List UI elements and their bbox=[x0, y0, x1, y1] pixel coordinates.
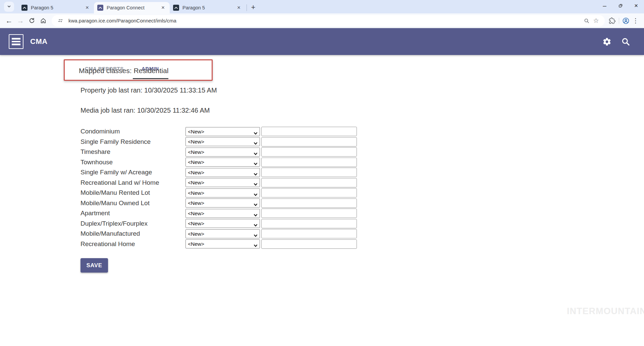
search-icon[interactable] bbox=[621, 37, 631, 47]
mapping-row: Townhouse <New> bbox=[80, 157, 357, 168]
browser-tabstrip: Paragon 5 × Paragon Connect × Paragon 5 … bbox=[0, 0, 644, 13]
mapping-row: Mobile/Manu Owned Lot <New> bbox=[80, 198, 357, 209]
close-icon[interactable]: × bbox=[84, 4, 91, 11]
property-class-label: Condominium bbox=[80, 128, 185, 135]
settings-gear-icon[interactable] bbox=[602, 37, 612, 47]
paragon-favicon-icon bbox=[173, 5, 179, 11]
chevron-down-icon bbox=[6, 4, 12, 10]
mapping-input[interactable] bbox=[261, 178, 357, 187]
close-window-button[interactable]: × bbox=[628, 0, 644, 11]
header-actions bbox=[602, 37, 631, 47]
mapping-select[interactable]: <New> bbox=[185, 188, 260, 197]
mapping-row: Single Family Residence <New> bbox=[80, 137, 357, 147]
mapping-select[interactable]: <New> bbox=[185, 219, 260, 228]
mapped-classes-heading: Mapped classes: Residential bbox=[79, 67, 168, 75]
mapping-input[interactable] bbox=[261, 137, 357, 147]
close-icon[interactable]: × bbox=[160, 4, 166, 11]
property-class-label: Single Family w/ Acreage bbox=[80, 169, 185, 176]
mapping-input[interactable] bbox=[261, 127, 357, 136]
mapping-select[interactable]: <New> bbox=[185, 148, 260, 157]
mapping-select[interactable]: <New> bbox=[185, 239, 260, 248]
property-class-label: Recreational Land w/ Home bbox=[80, 179, 185, 186]
mapping-select[interactable]: <New> bbox=[185, 137, 260, 146]
site-info-icon[interactable] bbox=[56, 16, 65, 25]
mapping-row: Mobile/Manu Rented Lot <New> bbox=[80, 188, 357, 198]
tab-search-button[interactable] bbox=[4, 2, 14, 12]
hamburger-menu-icon[interactable] bbox=[9, 34, 23, 49]
property-class-label: Single Family Residence bbox=[80, 138, 185, 146]
mapping-row: Recreational Home <New> bbox=[80, 239, 357, 249]
browser-tab[interactable]: Paragon 5 × bbox=[18, 2, 94, 13]
mapping-input[interactable] bbox=[261, 229, 357, 238]
paragon-favicon-icon bbox=[97, 5, 103, 11]
browser-toolbar: ← → kwa.paragon.ice.com/ParagonConnect/i… bbox=[0, 13, 644, 28]
tab-title: Paragon Connect bbox=[107, 5, 160, 10]
watermark: INTERMOUNTAIN bbox=[567, 306, 644, 316]
property-class-label: Timeshare bbox=[80, 148, 185, 156]
mapping-row: Single Family w/ Acreage <New> bbox=[80, 167, 357, 178]
reload-button[interactable] bbox=[26, 15, 38, 26]
property-class-label: Mobile/Manufactured bbox=[80, 230, 185, 237]
mapping-input[interactable] bbox=[261, 209, 357, 218]
new-tab-button[interactable]: + bbox=[249, 3, 258, 12]
browser-tab-active[interactable]: Paragon Connect × bbox=[94, 2, 170, 13]
mapping-select[interactable]: <New> bbox=[185, 209, 260, 218]
mapping-select[interactable]: <New> bbox=[185, 168, 260, 177]
window-controls: – × bbox=[597, 0, 644, 13]
mapping-input[interactable] bbox=[261, 168, 357, 177]
tab-separator bbox=[247, 4, 247, 11]
restore-button[interactable] bbox=[612, 0, 628, 11]
page-title: CMA bbox=[30, 37, 48, 46]
mapping-select[interactable]: <New> bbox=[185, 178, 260, 187]
mapping-input[interactable] bbox=[261, 158, 357, 167]
forward-button[interactable]: → bbox=[15, 15, 26, 26]
mapping-row: Recreational Land w/ Home <New> bbox=[80, 178, 357, 188]
active-tab-underline bbox=[133, 78, 168, 79]
mapping-select[interactable]: <New> bbox=[185, 127, 260, 136]
mapping-row: Mobile/Manufactured <New> bbox=[80, 229, 357, 239]
extensions-icon[interactable] bbox=[607, 16, 617, 25]
property-job-status: Property job last ran: 10/30/2025 11:33:… bbox=[80, 86, 217, 94]
mapping-input[interactable] bbox=[261, 198, 357, 208]
mapping-input[interactable] bbox=[261, 188, 357, 197]
mapping-input[interactable] bbox=[261, 219, 357, 228]
property-class-label: Mobile/Manu Owned Lot bbox=[80, 199, 185, 207]
menu-kebab-icon[interactable]: ⋮ bbox=[631, 17, 641, 24]
close-icon[interactable]: × bbox=[235, 4, 242, 11]
mapping-form: Condominium <New> Single Family Residenc… bbox=[80, 126, 357, 249]
toolbar-separator bbox=[619, 18, 619, 24]
bookmark-star-icon[interactable]: ☆ bbox=[591, 16, 601, 25]
media-job-status: Media job last ran: 10/30/2025 11:32:46 … bbox=[80, 107, 210, 114]
mapping-select[interactable]: <New> bbox=[185, 158, 260, 167]
back-button[interactable]: ← bbox=[3, 15, 15, 26]
mapping-input[interactable] bbox=[261, 147, 357, 157]
mapping-row: Timeshare <New> bbox=[80, 147, 357, 157]
profile-avatar[interactable] bbox=[621, 16, 631, 25]
property-class-label: Apartment bbox=[80, 210, 185, 217]
property-class-label: Townhouse bbox=[80, 159, 185, 166]
app-header: CMA bbox=[0, 28, 644, 55]
property-class-label: Duplex/Triplex/Fourplex bbox=[80, 220, 185, 227]
tab-title: Paragon 5 bbox=[182, 5, 235, 10]
paragon-favicon-icon bbox=[21, 5, 28, 11]
browser-tab[interactable]: Paragon 5 × bbox=[170, 2, 246, 13]
mapping-input[interactable] bbox=[261, 239, 357, 249]
zoom-icon[interactable] bbox=[582, 16, 591, 25]
url-text[interactable]: kwa.paragon.ice.com/ParagonConnect/imls/… bbox=[68, 18, 582, 23]
mapping-select[interactable]: <New> bbox=[185, 229, 260, 238]
mapping-row: Duplex/Triplex/Fourplex <New> bbox=[80, 219, 357, 229]
property-class-label: Recreational Home bbox=[80, 240, 185, 248]
tab-title: Paragon 5 bbox=[31, 5, 84, 10]
omnibox[interactable]: kwa.paragon.ice.com/ParagonConnect/imls/… bbox=[52, 15, 605, 26]
mapping-row: Apartment <New> bbox=[80, 208, 357, 219]
save-button[interactable]: SAVE bbox=[80, 258, 108, 273]
page-content: CMA REPORTS ADMIN Mapped classes: Reside… bbox=[0, 55, 644, 346]
mapping-row: Condominium <New> bbox=[80, 126, 357, 137]
home-button[interactable] bbox=[38, 15, 49, 26]
minimize-button[interactable]: – bbox=[597, 0, 612, 11]
property-class-label: Mobile/Manu Rented Lot bbox=[80, 189, 185, 196]
mapping-select[interactable]: <New> bbox=[185, 198, 260, 208]
